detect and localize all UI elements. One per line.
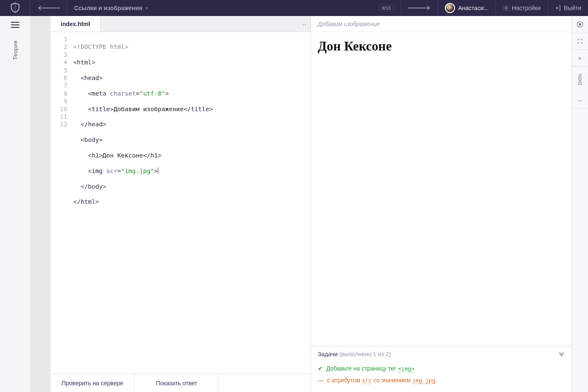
tab-row: index.html	[51, 16, 311, 32]
code-content[interactable]: <!DOCTYPE html> <html> <head> <meta char…	[71, 32, 311, 373]
expand-icon[interactable]	[559, 351, 564, 357]
tasks-header[interactable]: Задачи (выполнено 1 из 2)	[311, 346, 571, 360]
exit-label: Выйти	[564, 5, 581, 11]
svg-point-2	[505, 7, 507, 9]
gear-icon	[503, 5, 509, 11]
avatar	[445, 3, 455, 13]
play-circle-icon	[576, 21, 584, 28]
course-title: Ссылки и изображения	[74, 5, 142, 11]
workspace: Теория index.html ↔ HTML 123456789101112…	[0, 16, 588, 392]
editor-pane: index.html ↔ HTML 123456789101112 <!DOCT…	[51, 16, 311, 392]
code-editor[interactable]: 123456789101112 <!DOCTYPE html> <html> <…	[51, 32, 311, 373]
logout-icon	[555, 5, 561, 11]
fullscreen-button[interactable]	[572, 33, 588, 50]
line-gutter: 123456789101112	[51, 32, 71, 373]
chevron-down-icon: ▾	[146, 6, 148, 11]
preview-pane: Добавим изображение Дон Кексоне Задачи (…	[311, 16, 571, 392]
editor-footer: Проверить на сервере Показать ответ	[51, 373, 311, 392]
dash-icon: —	[318, 377, 324, 384]
check-icon: ✔	[318, 365, 323, 372]
user-name: Анастаси...	[458, 5, 489, 11]
exit-button[interactable]: Выйти	[548, 0, 588, 16]
fullscreen-icon	[577, 38, 583, 44]
check-server-button[interactable]: Проверить на сервере	[51, 374, 135, 392]
task-list: ✔ Добавьте на страницу тег <img> — с атр…	[311, 360, 571, 392]
preview-heading: Дон Кексоне	[318, 39, 564, 54]
settings-label: Настройки	[512, 5, 541, 11]
task-item-pending: — с атрибутом src со значением img.jpg.	[318, 374, 564, 386]
zoom-out-button[interactable]: –	[572, 92, 588, 109]
task-item-done: ✔ Добавьте на страницу тег <img>	[318, 363, 564, 374]
file-tab[interactable]: index.html	[51, 16, 101, 32]
settings-button[interactable]: Настройки	[496, 0, 548, 16]
user-menu[interactable]: Анастаси...	[438, 0, 496, 16]
gap	[30, 16, 51, 392]
svg-marker-4	[579, 23, 581, 26]
tasks-label: Задачи	[318, 351, 338, 357]
left-rail: Теория	[0, 16, 30, 392]
lesson-counter: 9/13	[379, 5, 394, 11]
arrow-right-icon	[407, 5, 431, 11]
preview-title: Добавим изображение	[311, 16, 571, 32]
topbar: Ссылки и изображения ▾ 9/13 Анастаси... …	[0, 0, 588, 16]
arrow-left-icon	[37, 5, 61, 11]
theory-tab[interactable]: Теория	[12, 40, 19, 60]
run-button[interactable]	[572, 16, 588, 33]
double-chevron-down-icon	[559, 352, 564, 356]
prev-button[interactable]	[30, 0, 67, 16]
logo[interactable]	[0, 0, 30, 16]
shield-icon	[9, 2, 21, 14]
zoom-level: 100%	[572, 67, 588, 92]
zoom-in-button[interactable]: +	[572, 50, 588, 67]
splitter-handle[interactable]: ↔	[301, 21, 307, 28]
tasks-progress: (выполнено 1 из 2)	[339, 351, 391, 357]
next-button[interactable]	[401, 0, 438, 16]
right-rail: + 100% –	[571, 16, 588, 392]
course-title-cell[interactable]: Ссылки и изображения ▾ 9/13	[67, 0, 401, 16]
show-answer-button[interactable]: Показать ответ	[135, 374, 219, 392]
preview-body: Дон Кексоне	[311, 32, 571, 346]
menu-button[interactable]	[11, 22, 19, 28]
